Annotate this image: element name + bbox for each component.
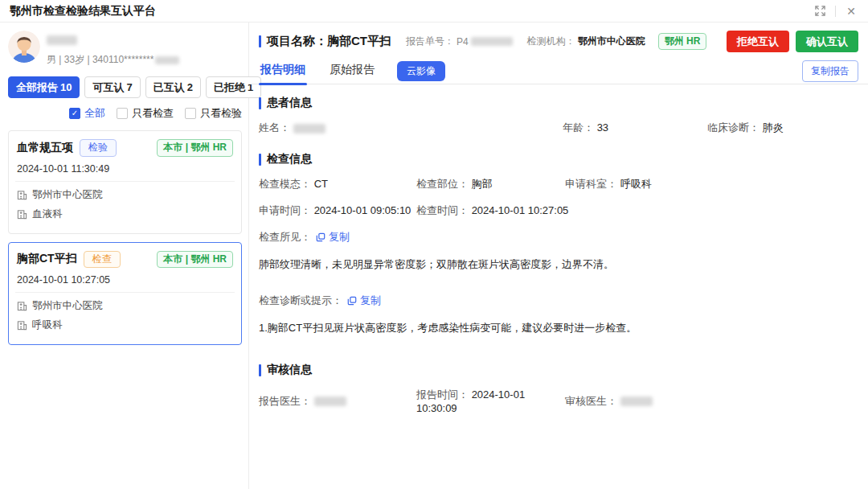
review-info-row: 报告医生： 报告时间： 2024-10-01 10:30:09 审核医生： bbox=[259, 388, 857, 414]
exam-time-field: 检查时间： 2024-10-01 10:27:05 bbox=[416, 203, 568, 218]
report-department: 血液科 bbox=[32, 208, 63, 221]
checkbox-lab-only-box[interactable] bbox=[185, 108, 196, 119]
report-number: 报告单号： P4 bbox=[406, 35, 513, 48]
filter-all-reports[interactable]: 全部报告10 bbox=[8, 76, 80, 98]
report-hospital: 鄂州市中心医院 bbox=[32, 299, 103, 313]
findings-text: 肺部纹理清晰，未见明显异常密度影；双肺散在斑片状高密度影，边界不清。 bbox=[259, 257, 857, 273]
detail-tabs: 报告明细 原始报告 云影像 复制报告 bbox=[249, 59, 868, 84]
review-doctor-field: 审核医生： bbox=[565, 394, 653, 409]
section-accent-bar bbox=[259, 35, 261, 47]
department-icon bbox=[17, 320, 27, 331]
exam-info-section-header: 检查信息 bbox=[259, 152, 857, 166]
report-time: 2024-10-01 11:30:49 bbox=[17, 163, 233, 175]
diagnosis-label-row: 检查诊断或提示： 复制 bbox=[259, 294, 857, 308]
patient-id-redacted bbox=[155, 56, 179, 64]
patient-info-section-header: 患者信息 bbox=[259, 96, 857, 110]
patient-name-redacted bbox=[47, 35, 77, 45]
reject-recognition-button[interactable]: 拒绝互认 bbox=[727, 31, 789, 52]
report-detail-panel: 项目名称：胸部CT平扫 报告单号： P4 检测机构：鄂州市中心医院 鄂州 HR … bbox=[249, 23, 868, 489]
checkbox-exam-only[interactable]: 只看检查 bbox=[117, 106, 174, 121]
tab-cloud-imaging[interactable]: 云影像 bbox=[397, 61, 445, 81]
type-checkboxes: 全部 只看检查 只看检验 bbox=[8, 106, 242, 121]
clinical-diagnosis-field: 临床诊断： 肺炎 bbox=[707, 121, 784, 135]
hospital-icon bbox=[17, 190, 27, 200]
detail-header: 项目名称：胸部CT平扫 报告单号： P4 检测机构：鄂州市中心医院 鄂州 HR … bbox=[249, 23, 868, 59]
patient-meta: 男 | 33岁 | 340110******** bbox=[47, 53, 179, 67]
patient-name-redacted bbox=[293, 124, 326, 134]
report-filters: 全部报告10 可互认7 已互认2 已拒绝1 bbox=[8, 76, 242, 98]
apply-time-field: 申请时间： 2024-10-01 09:05:10 bbox=[259, 203, 416, 218]
report-number-redacted bbox=[471, 37, 513, 46]
report-time-field: 报告时间： 2024-10-01 10:30:09 bbox=[416, 388, 565, 414]
review-info-section-header: 审核信息 bbox=[259, 363, 857, 377]
sidebar: 男 | 33岁 | 340110******** 全部报告10 可互认7 已互认… bbox=[0, 23, 249, 489]
report-detail-content: 患者信息 姓名： 年龄： 33 临床诊断： 肺炎 bbox=[249, 84, 868, 426]
review-doctor-redacted bbox=[620, 397, 653, 406]
region-hr-badge: 本市 | 鄂州 HR bbox=[157, 139, 233, 157]
section-accent-bar bbox=[259, 97, 261, 109]
checkbox-lab-only[interactable]: 只看检验 bbox=[185, 106, 242, 121]
department-icon bbox=[17, 209, 27, 220]
report-type-badge: 检验 bbox=[80, 139, 117, 157]
report-card-chest-ct[interactable]: 胸部CT平扫 检查 本市 | 鄂州 HR 2024-10-01 10:27:05… bbox=[8, 242, 242, 346]
copy-report-button[interactable]: 复制报告 bbox=[802, 60, 858, 82]
report-type-badge: 检查 bbox=[84, 251, 121, 269]
card-divider bbox=[15, 181, 235, 182]
patient-name-field: 姓名： bbox=[259, 121, 563, 135]
report-doctor-redacted bbox=[314, 397, 346, 406]
copy-icon bbox=[347, 296, 357, 306]
tab-original-report[interactable]: 原始报告 bbox=[328, 58, 376, 84]
apply-department-field: 申请科室： 呼吸科 bbox=[565, 177, 652, 191]
patient-info-row: 姓名： 年龄： 33 临床诊断： 肺炎 bbox=[259, 121, 857, 135]
section-accent-bar bbox=[259, 364, 261, 376]
exam-body-part-field: 检查部位： 胸部 bbox=[416, 177, 565, 191]
copy-findings-link[interactable]: 复制 bbox=[316, 230, 350, 244]
section-accent-bar bbox=[259, 154, 261, 166]
checkbox-all[interactable]: 全部 bbox=[69, 106, 105, 121]
app-title: 鄂州市检查检验结果互认平台 bbox=[10, 4, 156, 18]
report-doctor-field: 报告医生： bbox=[259, 394, 416, 409]
patient-summary: 男 | 33岁 | 340110******** bbox=[8, 31, 242, 67]
confirm-recognition-button[interactable]: 确认互认 bbox=[796, 31, 858, 52]
exam-modality-field: 检查模态： CT bbox=[259, 177, 416, 191]
checkbox-all-box[interactable] bbox=[69, 108, 80, 119]
checkbox-exam-only-box[interactable] bbox=[117, 108, 128, 119]
report-title: 血常规五项 bbox=[17, 141, 73, 155]
hospital-icon bbox=[17, 301, 27, 311]
region-hr-badge: 本市 | 鄂州 HR bbox=[157, 251, 233, 269]
filter-mutual-recognizable[interactable]: 可互认7 bbox=[84, 76, 140, 98]
report-card-blood-routine[interactable]: 血常规五项 检验 本市 | 鄂州 HR 2024-10-01 11:30:49 … bbox=[8, 130, 242, 234]
report-time: 2024-10-01 10:27:05 bbox=[17, 274, 233, 286]
ezhou-hr-badge: 鄂州 HR bbox=[658, 33, 707, 51]
copy-icon bbox=[316, 232, 326, 242]
report-title: 胸部CT平扫 bbox=[17, 252, 77, 266]
close-icon[interactable]: ✕ bbox=[844, 4, 858, 18]
exam-info-row-2: 申请时间： 2024-10-01 09:05:10 检查时间： 2024-10-… bbox=[259, 203, 857, 218]
window-titlebar: 鄂州市检查检验结果互认平台 ✕ bbox=[0, 0, 868, 23]
findings-label-row: 检查所见： 复制 bbox=[259, 230, 857, 244]
card-divider bbox=[15, 292, 235, 293]
exam-info-row-1: 检查模态： CT 检查部位： 胸部 申请科室： 呼吸科 bbox=[259, 177, 857, 191]
diagnosis-text: 1.胸部CT平扫见斑片状高密度影，考虑感染性病变可能，建议必要时进一步检查。 bbox=[259, 320, 857, 336]
testing-org: 检测机构：鄂州市中心医院 bbox=[527, 35, 645, 48]
expand-icon[interactable] bbox=[813, 4, 827, 18]
copy-diagnosis-link[interactable]: 复制 bbox=[347, 294, 381, 308]
project-name-title: 项目名称：胸部CT平扫 bbox=[267, 34, 391, 49]
report-department: 呼吸科 bbox=[32, 318, 63, 332]
patient-avatar bbox=[8, 31, 40, 63]
window-controls-divider bbox=[835, 6, 836, 17]
report-hospital: 鄂州市中心医院 bbox=[32, 188, 103, 202]
tab-report-detail[interactable]: 报告明细 bbox=[259, 58, 307, 84]
patient-age-field: 年龄： 33 bbox=[563, 121, 707, 135]
filter-recognized[interactable]: 已互认2 bbox=[145, 76, 201, 98]
